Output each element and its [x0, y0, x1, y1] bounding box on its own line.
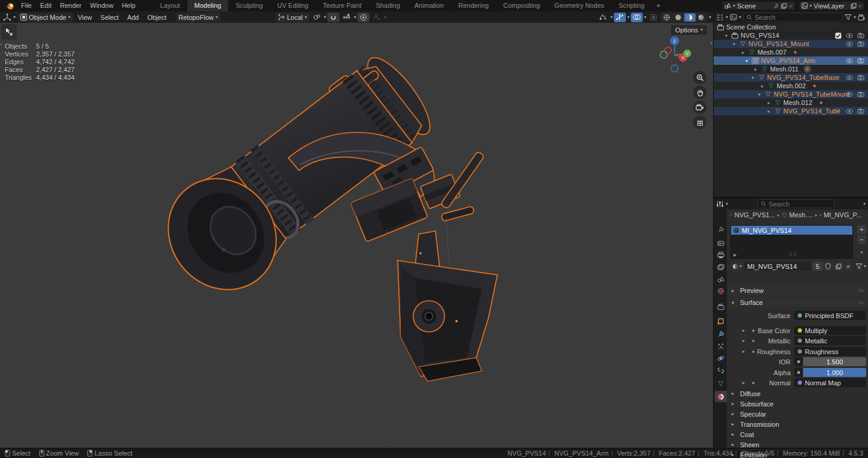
outliner-row-meshdata[interactable]: ▸ ▽ Mesh.002 ●	[714, 82, 868, 90]
shading-material-button[interactable]	[684, 13, 696, 22]
roughness-input[interactable]: Roughness	[794, 347, 866, 356]
breadcrumb-object[interactable]: NVG_PVS1...	[735, 211, 775, 218]
tab-rendering[interactable]: Rendering	[451, 0, 496, 11]
tab-animation[interactable]: Animation	[407, 0, 451, 11]
axis-neg-x-handle[interactable]	[660, 51, 667, 58]
remove-slot-button[interactable]: −	[857, 235, 866, 244]
tab-uv-editing[interactable]: UV Editing	[270, 0, 315, 11]
tab-object[interactable]	[715, 315, 727, 327]
new-collection-icon[interactable]	[858, 14, 866, 21]
expand-icon[interactable]: ▸	[740, 50, 746, 55]
copy-icon[interactable]	[851, 3, 857, 9]
tab-view-layer[interactable]	[715, 261, 727, 273]
hide-eye-icon[interactable]	[846, 109, 853, 114]
properties-editor-icon[interactable]	[716, 200, 724, 208]
breadcrumb-mesh[interactable]: Mesh....	[789, 211, 813, 218]
expand-icon[interactable]: ▾	[723, 33, 729, 38]
shading-wireframe-button[interactable]	[661, 13, 673, 22]
expand-icon[interactable]: ▸	[753, 67, 759, 72]
close-icon[interactable]: ×	[789, 2, 792, 10]
menu-add[interactable]: Add	[124, 12, 143, 23]
outliner-row-object-active[interactable]: ▾ ▽ NVG_PVS14_Arm	[714, 56, 868, 65]
users-count-button[interactable]: 5	[812, 262, 823, 271]
menu-object[interactable]: Object	[144, 12, 170, 23]
browse-material-button[interactable]: ▾	[730, 262, 744, 271]
expand-icon[interactable]: ▾	[750, 75, 756, 80]
shading-solid-button[interactable]	[673, 13, 684, 22]
orientation-dropdown[interactable]: Local ▾	[276, 13, 309, 22]
panel-grip-icon[interactable]: ≡≡	[858, 288, 863, 294]
panel-transmission[interactable]: ▸Transmission	[728, 419, 867, 429]
object-visibility-button[interactable]	[597, 13, 609, 22]
outliner-row-object[interactable]: ▸ ▽ NVG_PVS14_Tube ▽	[714, 107, 868, 115]
fake-user-button[interactable]	[824, 262, 833, 271]
tab-modifiers[interactable]	[715, 328, 727, 340]
overlay-collapse-arrow[interactable]: ›	[0, 41, 2, 47]
panel-emission[interactable]: ▸Emission	[728, 450, 867, 458]
display-mode-icon[interactable]	[730, 14, 737, 20]
disable-render-camera-icon[interactable]	[857, 74, 864, 80]
menu-window[interactable]: Window	[86, 0, 118, 11]
tab-geometry-nodes[interactable]: Geometry Nodes	[547, 0, 612, 11]
alpha-slider[interactable]: 1.000	[803, 368, 866, 377]
panel-grip-icon[interactable]: ≡≡	[858, 300, 863, 306]
pin-icon[interactable]	[774, 3, 779, 9]
axis-z-handle[interactable]: Z	[670, 37, 679, 46]
tab-scene[interactable]	[715, 273, 727, 285]
list-resize-grip[interactable]: ⠿⠿	[789, 252, 798, 258]
tab-tool[interactable]	[715, 224, 727, 235]
outliner-row-collection[interactable]: ▾ NVG_PVS14	[714, 31, 868, 40]
tab-sculpting[interactable]: Sculpting	[228, 0, 270, 11]
disable-render-camera-icon[interactable]	[857, 32, 864, 38]
tab-texture-paint[interactable]: Texture Paint	[315, 0, 368, 11]
hide-eye-icon[interactable]	[846, 92, 853, 97]
outliner-search-input[interactable]	[754, 14, 839, 21]
disable-render-camera-icon[interactable]	[857, 91, 864, 97]
tab-render[interactable]	[715, 237, 727, 249]
panel-sheen[interactable]: ▸Sheen	[728, 439, 867, 449]
checkbox-checked-icon[interactable]	[835, 32, 842, 39]
expand-icon[interactable]: ▾	[756, 92, 762, 97]
tab-world[interactable]	[715, 285, 727, 297]
panel-specular[interactable]: ▸Specular	[728, 409, 867, 418]
tab-constraints[interactable]	[715, 364, 727, 376]
tab-collection[interactable]	[715, 301, 727, 312]
new-material-button[interactable]	[834, 262, 843, 271]
axis-neg-y-handle[interactable]	[665, 47, 672, 54]
menu-render[interactable]: Render	[56, 0, 86, 11]
expand-icon[interactable]: ▸	[766, 109, 772, 114]
hide-eye-icon[interactable]	[846, 75, 853, 80]
active-tool-button[interactable]	[1, 24, 17, 40]
base-color-input[interactable]: Multiply	[794, 326, 866, 335]
pin-icon[interactable]	[864, 212, 866, 218]
proportional-falloff-button[interactable]	[371, 13, 383, 22]
tab-modeling[interactable]: Modeling	[187, 0, 229, 11]
menu-help[interactable]: Help	[118, 0, 140, 11]
snap-target-button[interactable]	[341, 13, 353, 22]
hide-eye-icon[interactable]	[846, 41, 853, 47]
outliner-row-scene-collection[interactable]: Scene Collection	[714, 23, 868, 31]
breadcrumb-material[interactable]: MI_NVG_P...	[824, 211, 861, 218]
copy-icon[interactable]	[781, 3, 787, 9]
menu-edit[interactable]: Edit	[36, 0, 56, 11]
proportional-edit-button[interactable]	[357, 13, 369, 22]
panel-subsurface[interactable]: ▸Subsurface	[728, 399, 867, 408]
hide-eye-icon[interactable]	[846, 58, 853, 64]
mode-dropdown[interactable]: Object Mode ▾	[18, 13, 73, 22]
list-filter-expand-icon[interactable]: ▶	[733, 253, 736, 258]
pivot-point-button[interactable]	[311, 13, 323, 22]
disable-render-camera-icon[interactable]	[857, 108, 864, 114]
blender-logo-icon[interactable]	[5, 2, 14, 10]
tab-compositing[interactable]: Compositing	[496, 0, 547, 11]
properties-search[interactable]	[757, 199, 834, 208]
viewport-canvas[interactable]: › Objects5 / 5 Vertices2,357 / 2,357 Edg…	[0, 23, 713, 448]
tab-scripting[interactable]: Scripting	[612, 0, 652, 11]
outliner-row-meshdata[interactable]: ▸ ▽ Mesh.007 ●	[714, 48, 868, 56]
outliner-row-meshdata[interactable]: ▸ ▽ Mesh.012 ●	[714, 98, 868, 107]
tab-particles[interactable]	[715, 340, 727, 352]
shading-rendered-button[interactable]	[696, 13, 707, 22]
editor-type-button[interactable]: ▾	[2, 13, 17, 22]
zoom-tool-button[interactable]	[693, 71, 706, 84]
hide-eye-icon[interactable]	[846, 33, 853, 38]
viewlayer-selector[interactable]: ▾ ViewLayer ×	[799, 1, 864, 10]
